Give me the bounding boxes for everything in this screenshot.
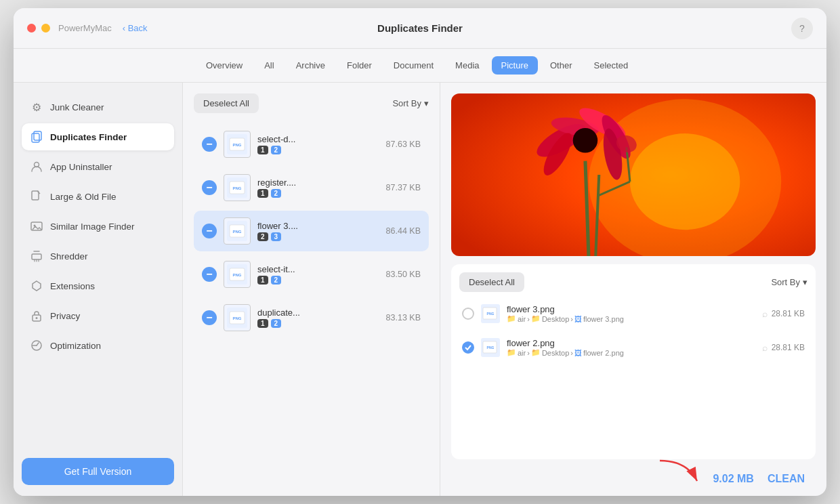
- sidebar-item-junk-cleaner[interactable]: ⚙ Junk Cleaner: [22, 93, 174, 121]
- sort-by-button[interactable]: Sort By ▾: [392, 98, 429, 108]
- tab-archive[interactable]: Archive: [287, 56, 335, 75]
- path-folder-icon: 📁: [507, 314, 516, 323]
- svg-rect-7: [32, 254, 41, 259]
- detail-file-icon: PNG: [480, 337, 501, 358]
- file-info: register.... 1 2: [257, 177, 379, 198]
- help-button[interactable]: ?: [791, 18, 813, 39]
- deselect-all-button[interactable]: Deselect All: [194, 93, 259, 113]
- list-item[interactable]: − PNG flower 3.... 2 3: [194, 211, 429, 251]
- svg-line-12: [37, 343, 39, 345]
- path-file-icon: 🖼: [574, 315, 582, 323]
- path-arrow2: ›: [570, 349, 573, 357]
- svg-rect-1: [34, 131, 41, 140]
- detail-list-item[interactable]: PNG flower 3.png 📁 air › 📁 Desktop: [459, 299, 807, 329]
- file-list-panel: Deselect All Sort By ▾ − PNG: [183, 83, 440, 496]
- file-thumbnail: PNG: [224, 304, 251, 331]
- tab-document[interactable]: Document: [384, 56, 443, 75]
- file-size: 87.37 KB: [386, 183, 421, 192]
- badge-1: 1: [257, 319, 268, 328]
- tab-picture[interactable]: Picture: [492, 56, 538, 75]
- deselect-item-button[interactable]: −: [202, 267, 217, 282]
- deselect-item-button[interactable]: −: [202, 180, 217, 195]
- list-item[interactable]: − PNG select-d... 1 2: [194, 124, 429, 165]
- sidebar-item-label: Optimization: [50, 341, 101, 351]
- chevron-down-icon: ▾: [803, 277, 807, 287]
- minimize-button[interactable]: [41, 24, 50, 33]
- detail-list-item[interactable]: PNG flower 2.png 📁 air › 📁 Desktop: [459, 333, 807, 362]
- detail-file-size: 28.81 KB: [772, 343, 805, 352]
- badge-1: 1: [257, 189, 268, 198]
- back-button[interactable]: ‹ Back: [123, 23, 148, 33]
- tab-overview[interactable]: Overview: [196, 56, 252, 75]
- badge-2: 2: [271, 189, 282, 198]
- file-badges: 1 2: [257, 189, 379, 198]
- detail-file-path: 📁 air › 📁 Desktop › 🖼 flower 3.png: [507, 314, 757, 323]
- badge-1: 2: [257, 232, 268, 241]
- file-thumbnail: PNG: [224, 261, 251, 288]
- sidebar-item-label: Duplicates Finder: [50, 132, 127, 142]
- list-item[interactable]: − PNG duplicate... 1 2: [194, 297, 429, 338]
- detail-file-name: flower 3.png: [507, 304, 757, 314]
- sidebar-item-shredder[interactable]: Shredder: [22, 243, 174, 270]
- deselect-item-button[interactable]: −: [202, 137, 217, 152]
- sidebar-item-label: Privacy: [50, 311, 80, 321]
- close-button[interactable]: [27, 24, 36, 33]
- path-folder2-icon: 📁: [531, 314, 541, 323]
- detail-deselect-all-button[interactable]: Deselect All: [459, 272, 524, 292]
- sidebar-item-similar-image-finder[interactable]: Similar Image Finder: [22, 213, 174, 240]
- path-arrow2: ›: [570, 315, 573, 323]
- file-badges: 1 2: [257, 319, 379, 328]
- file-badges: 2 3: [257, 232, 379, 241]
- badge-2: 2: [271, 319, 282, 328]
- file-thumbnail: PNG: [224, 174, 251, 201]
- sidebar-item-optimization[interactable]: Optimization: [22, 332, 174, 359]
- bottom-bar-area: 9.02 MB CLEAN: [451, 467, 816, 485]
- sidebar-item-extensions[interactable]: Extensions: [22, 272, 174, 299]
- list-item[interactable]: − PNG register.... 1 2: [194, 167, 429, 208]
- clean-button[interactable]: CLEAN: [768, 473, 805, 485]
- svg-text:PNG: PNG: [487, 312, 495, 316]
- file-size: 86.44 KB: [386, 226, 421, 236]
- svg-point-39: [573, 128, 598, 153]
- deselect-item-button[interactable]: −: [202, 310, 217, 325]
- detail-sort-by-button[interactable]: Sort By ▾: [771, 277, 807, 287]
- file-thumbnail: PNG: [224, 131, 251, 158]
- detail-toolbar: Deselect All Sort By ▾: [459, 272, 807, 292]
- file-size: 83.50 KB: [386, 270, 421, 279]
- sidebar-item-duplicates-finder[interactable]: Duplicates Finder: [22, 123, 174, 150]
- file-name: duplicate...: [257, 308, 379, 318]
- sidebar-item-app-uninstaller[interactable]: App Uninstaller: [22, 153, 174, 180]
- path-file: flower 3.png: [583, 315, 624, 323]
- tab-all[interactable]: All: [255, 56, 283, 75]
- svg-rect-0: [32, 133, 39, 142]
- sidebar-item-privacy[interactable]: Privacy: [22, 302, 174, 329]
- tab-media[interactable]: Media: [446, 56, 488, 75]
- file-info: select-it... 1 2: [257, 264, 379, 285]
- sidebar-item-large-old-file[interactable]: Large & Old File: [22, 183, 174, 210]
- get-full-version-button[interactable]: Get Full Version: [22, 458, 174, 485]
- detail-checkbox-checked[interactable]: [462, 341, 474, 354]
- file-size: 87.63 KB: [386, 140, 421, 149]
- badge-1: 1: [257, 276, 268, 285]
- path-file-icon: 🖼: [574, 349, 582, 357]
- detail-checkbox[interactable]: [462, 308, 474, 320]
- tab-folder[interactable]: Folder: [337, 56, 381, 75]
- chevron-down-icon: ▾: [424, 98, 429, 108]
- list-item[interactable]: − PNG select-it... 1 2: [194, 254, 429, 295]
- main-area: ⚙ Junk Cleaner Duplicates Finder: [14, 83, 826, 496]
- sidebar-item-label: App Uninstaller: [50, 162, 112, 172]
- app-window: PowerMyMac ‹ Back Duplicates Finder ? Ov…: [14, 8, 826, 496]
- sidebar-item-label: Similar Image Finder: [50, 222, 135, 232]
- path-arrow: ›: [527, 349, 530, 357]
- deselect-item-button[interactable]: −: [202, 224, 217, 238]
- traffic-lights: [27, 24, 50, 33]
- image-icon: [30, 219, 43, 233]
- tab-other[interactable]: Other: [541, 56, 582, 75]
- badge-2: 2: [271, 146, 282, 154]
- svg-text:PNG: PNG: [487, 345, 495, 350]
- gear-icon: ⚙: [30, 100, 43, 114]
- path-folder1: Desktop: [542, 349, 569, 357]
- svg-point-30: [630, 133, 740, 230]
- svg-text:PNG: PNG: [232, 316, 241, 320]
- tab-selected[interactable]: Selected: [585, 56, 638, 75]
